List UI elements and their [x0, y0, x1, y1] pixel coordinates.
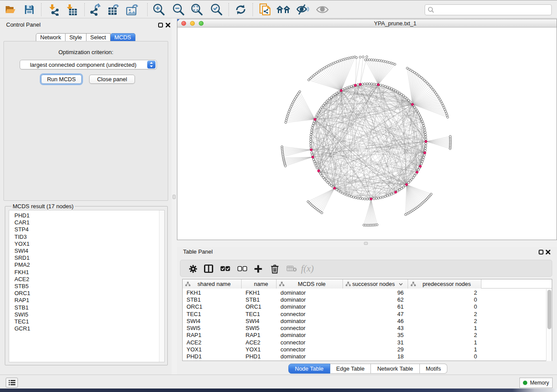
cell-MCDS-role: connector	[277, 339, 343, 346]
column-header-shared-name[interactable]: shared name	[183, 279, 242, 289]
network-window-titlebar[interactable]: YPA_prune.txt_1	[177, 19, 557, 28]
table-row-SWI5[interactable]: SWI5SWI5connector431	[183, 325, 552, 332]
session-documents-icon[interactable]	[258, 2, 273, 17]
column-header-successor-nodes[interactable]: successor nodes	[343, 279, 408, 289]
tab-network[interactable]: Network	[36, 33, 66, 41]
mcds-result-item[interactable]: TEC1	[14, 318, 164, 325]
save-session-icon[interactable]	[22, 2, 37, 17]
mcds-result-item[interactable]: RAP1	[14, 297, 164, 304]
add-column-icon[interactable]	[254, 260, 263, 277]
show-selected-icon[interactable]	[315, 2, 330, 17]
close-panel-button[interactable]: Close panel	[89, 75, 135, 84]
zoom-fit-icon[interactable]	[189, 2, 204, 17]
zoom-in-icon[interactable]	[151, 2, 166, 17]
delete-column-icon[interactable]	[270, 260, 279, 277]
table-row-PHD1[interactable]: PHD1PHD1dominator180	[183, 353, 552, 360]
mcds-result-group: MCDS result (17 nodes) PHD1CAR1STP4TID3Y…	[5, 206, 168, 365]
horizontal-split-divider[interactable]	[177, 240, 557, 247]
node-table[interactable]: shared namenameMCDS rolesuccessor nodesp…	[182, 279, 552, 361]
show-all-networks-icon[interactable]	[276, 2, 291, 17]
export-table-icon[interactable]	[107, 2, 121, 17]
table-scrollbar-thumb[interactable]	[547, 290, 551, 329]
window-maximize-button[interactable]	[199, 21, 204, 26]
search-input[interactable]	[436, 7, 551, 13]
table-row-YOX1[interactable]: YOX1YOX1connector291	[183, 346, 552, 353]
mcds-result-item[interactable]: FKH1	[14, 269, 164, 276]
function-builder-icon[interactable]: f(x)	[301, 260, 314, 277]
mcds-result-item[interactable]: TID3	[14, 234, 164, 241]
table-row-RAP1[interactable]: RAP1RAP1dominator352	[183, 332, 552, 339]
import-network-from-file-icon[interactable]	[47, 2, 62, 17]
optimization-criterion-select[interactable]: largest connected component (undirected)	[20, 60, 157, 69]
tab-node-table[interactable]: Node Table	[288, 364, 330, 374]
toolbar-separator	[41, 3, 42, 16]
close-panel-icon[interactable]	[165, 22, 171, 28]
mcds-result-list[interactable]: PHD1CAR1STP4TID3YOX1SWI4SRD1PMA2FKH1ACE2…	[9, 210, 165, 362]
mcds-result-item[interactable]: SWI5	[14, 311, 164, 318]
show-column-panel-icon[interactable]	[204, 260, 214, 277]
cell-predecessor-nodes: 0	[408, 296, 481, 303]
mcds-result-item[interactable]: ORC1	[14, 290, 164, 297]
table-settings-icon[interactable]	[188, 260, 198, 277]
window-close-button[interactable]	[181, 21, 186, 26]
divider-grip[interactable]	[364, 242, 368, 245]
column-header-predecessor-nodes[interactable]: predecessor nodes	[408, 279, 481, 289]
mcds-result-item[interactable]: PMA2	[14, 261, 164, 268]
column-header-name[interactable]: name	[242, 279, 277, 289]
zoom-out-icon[interactable]	[171, 2, 186, 17]
panel-menu-button[interactable]	[6, 378, 18, 388]
table-row-FKH1[interactable]: FKH1FKH1dominator962	[183, 289, 552, 296]
table-row-TEC1[interactable]: TEC1TEC1connector472	[183, 310, 552, 317]
select-all-columns-icon[interactable]	[220, 260, 230, 277]
tab-network-table[interactable]: Network Table	[371, 364, 419, 374]
memory-status-button[interactable]: Memory	[519, 378, 553, 388]
float-panel-icon[interactable]	[158, 23, 163, 28]
zoom-selected-icon[interactable]	[209, 2, 224, 17]
search-box[interactable]	[425, 4, 552, 15]
hide-selected-icon[interactable]	[295, 2, 310, 17]
deselect-all-columns-icon[interactable]	[237, 260, 247, 277]
cell-MCDS-role: connector	[277, 325, 343, 332]
mcds-result-item[interactable]: ACE2	[14, 276, 164, 283]
open-session-icon[interactable]	[3, 2, 18, 17]
tab-edge-table[interactable]: Edge Table	[330, 364, 371, 374]
network-canvas[interactable]	[177, 28, 557, 240]
refresh-icon[interactable]	[233, 2, 248, 17]
run-mcds-button[interactable]: Run MCDS	[41, 75, 82, 84]
table-scrollbar[interactable]	[546, 289, 552, 361]
mcds-result-item[interactable]: STB1	[14, 304, 164, 311]
mcds-result-item[interactable]: SWI4	[14, 248, 164, 254]
column-header-MCDS-role[interactable]: MCDS role	[277, 279, 343, 289]
mcds-result-item[interactable]: YOX1	[14, 241, 164, 248]
delete-table-icon[interactable]	[287, 260, 297, 277]
list-icon	[8, 379, 16, 386]
mcds-result-item[interactable]: GCR1	[14, 325, 164, 332]
tab-select[interactable]: Select	[86, 33, 111, 41]
mcds-result-item[interactable]: CAR1	[14, 219, 164, 226]
search-icon	[428, 7, 434, 13]
mcds-result-item[interactable]: PHD1	[14, 212, 164, 219]
mcds-list-scrollbar[interactable]	[159, 210, 164, 362]
float-panel-icon[interactable]	[539, 250, 543, 254]
tab-style[interactable]: Style	[66, 33, 86, 41]
mcds-result-item[interactable]: STB5	[14, 283, 164, 290]
mcds-result-item[interactable]: STP4	[14, 226, 164, 233]
table-row-ACE2[interactable]: ACE2ACE2connector311	[183, 339, 552, 346]
toolbar-separator	[84, 3, 85, 16]
cell-predecessor-nodes: 2	[408, 310, 481, 317]
window-minimize-button[interactable]	[190, 21, 195, 26]
vertical-split-divider[interactable]	[172, 18, 177, 375]
tab-motifs[interactable]: Motifs	[420, 364, 448, 374]
table-row-STB1[interactable]: STB1STB1dominator620	[183, 296, 552, 303]
mcds-result-item[interactable]: SRD1	[14, 254, 164, 261]
table-row-SWI4[interactable]: SWI4SWI4dominator462	[183, 317, 552, 324]
import-table-from-file-icon[interactable]	[64, 2, 79, 17]
divider-grip[interactable]	[173, 195, 176, 199]
export-image-icon[interactable]	[125, 2, 140, 17]
cell-name: RAP1	[242, 332, 277, 339]
tab-mcds[interactable]: MCDS	[111, 33, 135, 41]
table-row-ORC1[interactable]: ORC1ORC1dominator610	[183, 303, 552, 310]
export-network-icon[interactable]	[89, 2, 104, 17]
cell-MCDS-role: dominator	[277, 296, 343, 303]
close-panel-icon[interactable]	[545, 249, 551, 255]
